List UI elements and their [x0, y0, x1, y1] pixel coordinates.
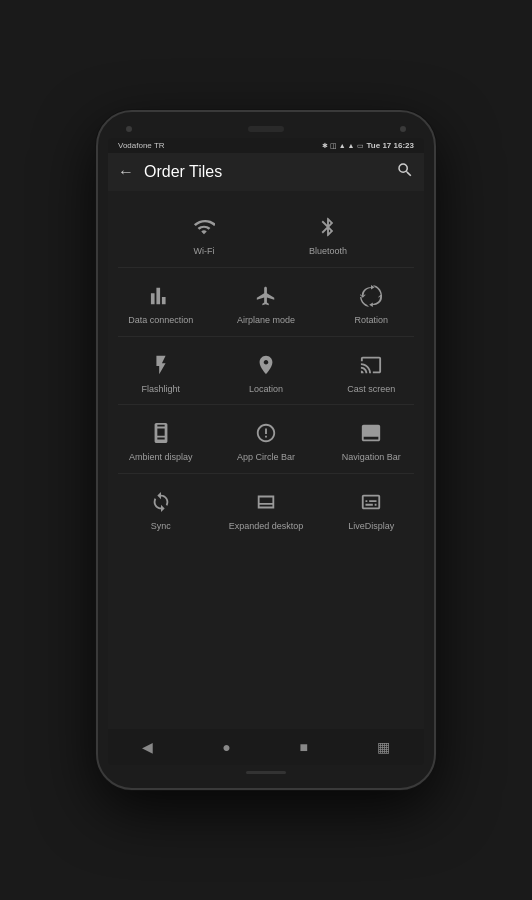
app-bar: ← Order Tiles: [108, 153, 424, 191]
front-camera: [126, 126, 132, 132]
phone-bottom-bar: [246, 771, 286, 774]
home-indicator: [246, 771, 286, 774]
ambient-display-label: Ambient display: [129, 452, 193, 463]
wifi-icon: [190, 213, 218, 241]
livedisplay-icon: [357, 488, 385, 516]
tile-navigation-bar[interactable]: Navigation Bar: [319, 405, 424, 473]
location-icon: [252, 351, 280, 379]
bottom-nav: ◀ ● ■ ▦: [108, 729, 424, 765]
phone-speaker: [248, 126, 284, 132]
tile-expanded-desktop[interactable]: Expanded desktop: [213, 474, 318, 542]
location-label: Location: [249, 384, 283, 395]
tiles-row-2: Data connection Airplane mode: [108, 268, 424, 336]
tile-cast-screen[interactable]: Cast screen: [319, 337, 424, 405]
signal2-status-icon: ▲: [348, 142, 355, 149]
app-circle-bar-label: App Circle Bar: [237, 452, 295, 463]
tiles-row-4: Ambient display App Circle Bar: [108, 405, 424, 473]
cast-screen-label: Cast screen: [347, 384, 395, 395]
back-button[interactable]: ←: [118, 163, 134, 181]
status-right: ✱ ◫ ▲ ▲ ▭ Tue 17 16:23: [322, 141, 414, 150]
page-title: Order Tiles: [144, 163, 396, 181]
expanded-desktop-label: Expanded desktop: [229, 521, 304, 532]
livedisplay-label: LiveDisplay: [348, 521, 394, 532]
signal-status-icon: ▲: [339, 142, 346, 149]
phone-screen: Vodafone TR ✱ ◫ ▲ ▲ ▭ Tue 17 16:23 ← Ord…: [108, 138, 424, 765]
bluetooth-icon: [314, 213, 342, 241]
tile-airplane-mode[interactable]: Airplane mode: [213, 268, 318, 336]
carrier-label: Vodafone TR: [118, 141, 165, 150]
airplane-icon: [252, 282, 280, 310]
flashlight-label: Flashlight: [141, 384, 180, 395]
phone-frame: Vodafone TR ✱ ◫ ▲ ▲ ▭ Tue 17 16:23 ← Ord…: [96, 110, 436, 790]
tile-data-connection[interactable]: Data connection: [108, 268, 213, 336]
wifi-label: Wi-Fi: [194, 246, 215, 257]
tiles-row-5: Sync Expanded desktop: [108, 474, 424, 542]
back-nav-button[interactable]: ◀: [130, 735, 165, 759]
bluetooth-label: Bluetooth: [309, 246, 347, 257]
sensor: [400, 126, 406, 132]
tile-livedisplay[interactable]: LiveDisplay: [319, 474, 424, 542]
tile-app-circle-bar[interactable]: App Circle Bar: [213, 405, 318, 473]
recents-nav-button[interactable]: ■: [287, 735, 319, 759]
status-datetime: Tue 17 16:23: [367, 141, 414, 150]
rotation-icon: [357, 282, 385, 310]
rotation-label: Rotation: [355, 315, 389, 326]
search-button[interactable]: [396, 161, 414, 183]
navbar-icon: [357, 419, 385, 447]
sync-label: Sync: [151, 521, 171, 532]
tile-sync[interactable]: Sync: [108, 474, 213, 542]
tile-bluetooth[interactable]: Bluetooth: [266, 199, 424, 267]
tile-location[interactable]: Location: [213, 337, 318, 405]
signal-icon: [147, 282, 175, 310]
status-bar: Vodafone TR ✱ ◫ ▲ ▲ ▭ Tue 17 16:23: [108, 138, 424, 153]
flashlight-icon: [147, 351, 175, 379]
tile-rotation[interactable]: Rotation: [319, 268, 424, 336]
home-nav-button[interactable]: ●: [210, 735, 242, 759]
tiles-row-3: Flashlight Location: [108, 337, 424, 405]
bluetooth-status-icon: ✱: [322, 142, 328, 150]
tile-ambient-display[interactable]: Ambient display: [108, 405, 213, 473]
airplane-mode-label: Airplane mode: [237, 315, 295, 326]
ambient-icon: [147, 419, 175, 447]
tiles-row-1: Wi-Fi Bluetooth: [108, 199, 424, 267]
cast-icon: [357, 351, 385, 379]
desktop-icon: [252, 488, 280, 516]
circlebar-icon: [252, 419, 280, 447]
tile-flashlight[interactable]: Flashlight: [108, 337, 213, 405]
tile-wifi[interactable]: Wi-Fi: [108, 199, 266, 267]
sync-icon: [147, 488, 175, 516]
status-icons: ✱ ◫ ▲ ▲ ▭: [322, 142, 364, 150]
battery-status-icon: ▭: [357, 142, 364, 150]
tiles-content: Wi-Fi Bluetooth: [108, 191, 424, 729]
nfc-status-icon: ◫: [330, 142, 337, 150]
data-connection-label: Data connection: [128, 315, 193, 326]
phone-top-bar: [108, 126, 424, 132]
navigation-bar-label: Navigation Bar: [342, 452, 401, 463]
menu-nav-button[interactable]: ▦: [365, 735, 402, 759]
